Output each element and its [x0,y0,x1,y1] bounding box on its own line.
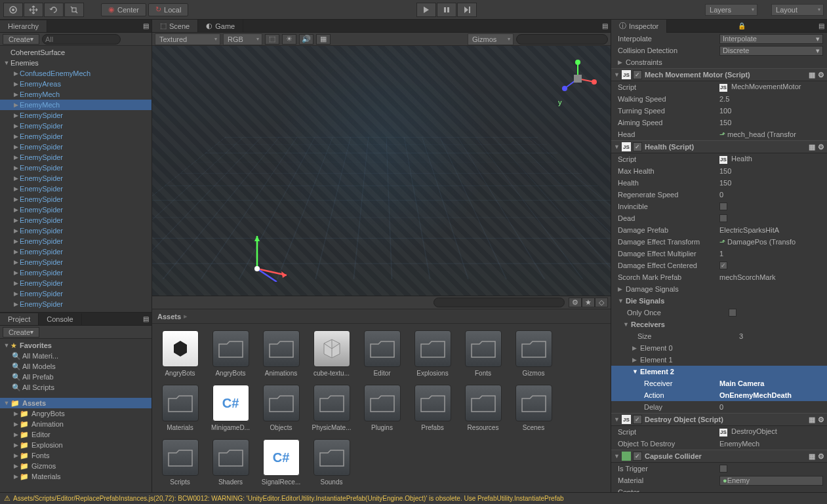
favorite-item[interactable]: 🔍All Prefab [0,372,151,382]
hierarchy-item[interactable]: ▶EnemySpider [0,152,151,163]
asset-item[interactable]: Materials [159,385,201,431]
destroy-object-header[interactable]: ▼ JS ✓ Destroy Object (Script) ▦ ⚙ [611,413,827,426]
assets-hidden-button[interactable]: ◇ [595,298,608,307]
regenerate-field[interactable]: 0 [719,191,823,199]
assets-breadcrumb[interactable]: Assets ▸ [152,309,611,324]
hierarchy-item[interactable]: ▶EnemySpider [0,184,151,194]
folder-item[interactable]: ▶📁AngryBots [0,408,151,419]
mech-movement-header[interactable]: ▼ JS ✓ Mech Movement Motor (Script) ▦ ⚙ [611,68,827,81]
asset-item[interactable]: Explosions [411,330,454,377]
hierarchy-item[interactable]: ▶EnemySpider [0,163,151,173]
render-mode-dropdown[interactable]: Textured [155,33,220,45]
asset-item[interactable]: Prefabs [411,385,454,431]
favorites-header[interactable]: ▼★Favorites [0,340,151,351]
pivot-center-button[interactable]: ◉Center [101,3,146,16]
asset-item[interactable]: Shaders [209,439,252,486]
assets-filter-button[interactable]: ⚙ [569,298,582,307]
game-tab[interactable]: ◐ Game [198,20,243,32]
help-icon[interactable]: ▦ [809,143,815,151]
gear-icon[interactable]: ⚙ [818,416,824,424]
die-signals-foldout[interactable]: Die Signals [626,297,664,305]
damage-mult-field[interactable]: 1 [719,250,823,258]
create-button[interactable]: Create ▾ [3,34,39,45]
element-0-foldout[interactable]: Element 0 [640,344,673,352]
damage-transform-field[interactable]: ⬏ DamagePos (Transfo [719,238,823,246]
hierarchy-item[interactable]: ▶EnemySpider [0,225,151,236]
folder-item[interactable]: ▶📁Editor [0,429,151,440]
asset-item[interactable]: cube-textu... [310,330,353,377]
element-2-foldout[interactable]: ▼Element 2 [611,366,827,378]
asset-item[interactable]: Scripts [159,439,201,486]
pause-button[interactable] [437,3,456,17]
delay-field[interactable]: 0 [719,403,823,411]
help-icon[interactable]: ▦ [809,452,815,461]
receivers-size-field[interactable]: 3 [739,332,823,340]
collision-dropdown[interactable]: Discrete▾ [719,46,823,56]
gear-icon[interactable]: ⚙ [818,143,824,151]
scene-fx-toggle[interactable]: ▦ [316,34,331,45]
folder-item[interactable]: ▶📁Materials [0,471,151,482]
scene-toggle-2d[interactable]: ⬚ [265,34,279,45]
damage-signals-foldout[interactable]: Damage Signals [626,285,679,293]
folder-item[interactable]: ▶📁Animation [0,419,151,429]
rotate-tool-button[interactable] [44,3,64,17]
component-enabled-checkbox[interactable]: ✓ [633,142,642,151]
asset-item[interactable]: Resources [462,385,504,431]
asset-item[interactable]: C#MinigameD... [209,385,252,431]
head-object-field[interactable]: ⬏ mech_head (Transfor [719,130,823,139]
hierarchy-item[interactable]: ▶EnemyMech [0,100,151,110]
hierarchy-item[interactable]: ▶EnemySpider [0,215,151,225]
scene-audio-toggle[interactable]: 🔊 [299,34,313,45]
favorite-item[interactable]: 🔍All Models [0,361,151,372]
project-tree[interactable]: ▼★Favorites🔍All Materi...🔍All Models🔍All… [0,339,151,492]
walking-speed-field[interactable]: 2.5 [719,95,823,103]
asset-item[interactable]: Scenes [512,385,555,431]
assets-search-input[interactable] [434,298,565,307]
orientation-gizmo[interactable]: y [558,59,597,98]
hierarchy-item[interactable]: ▶EnemySpider [0,288,151,299]
project-create-button[interactable]: Create ▾ [3,327,39,338]
receivers-foldout[interactable]: Receivers [631,320,665,328]
asset-item[interactable]: Fonts [462,330,504,377]
rgb-dropdown[interactable]: RGB [223,33,262,45]
hierarchy-item[interactable]: ▼Enemies [0,58,151,68]
capsule-collider-header[interactable]: ▼ ✓ Capsule Collider ▦ ⚙ [611,450,827,463]
turning-speed-field[interactable]: 100 [719,107,823,115]
asset-item[interactable]: Plugins [361,385,403,431]
hierarchy-item[interactable]: ▶EnemySpider [0,204,151,215]
hierarchy-item[interactable]: ▶EnemySpider [0,194,151,204]
hierarchy-item[interactable]: ▶EnemySpider [0,278,151,288]
panel-menu-icon[interactable]: ▤ [602,22,608,29]
gear-icon[interactable]: ⚙ [818,71,824,79]
constraints-foldout[interactable]: Constraints [626,58,662,66]
hierarchy-item[interactable]: ▶EnemySpider [0,267,151,278]
asset-item[interactable]: AngryBots [209,330,252,377]
play-button[interactable] [416,3,436,17]
help-icon[interactable]: ▦ [809,71,815,79]
hierarchy-item[interactable]: ▶EnemySpider [0,246,151,257]
scene-viewport[interactable]: y [152,46,611,296]
inspector-tab[interactable]: ⓘ Inspector [611,20,667,33]
layout-dropdown[interactable]: Layout [771,4,824,16]
object-to-destroy-field[interactable]: EnemyMech [719,440,823,448]
hierarchy-item[interactable]: ▶EnemySpider [0,142,151,152]
material-field[interactable]: ●Enemy [719,476,823,486]
asset-item[interactable]: C#SignalRece... [260,439,302,486]
damage-centered-checkbox[interactable]: ✓ [719,262,727,269]
health-field[interactable]: 150 [719,179,823,187]
lock-icon[interactable]: 🔒 [738,22,746,29]
component-enabled-checkbox[interactable]: ✓ [633,70,642,79]
transform-gizmo[interactable] [244,229,296,282]
hierarchy-item[interactable]: ▶ConfusedEnemyMech [0,68,151,79]
folder-item[interactable]: ▶📁Fonts [0,450,151,461]
folder-item[interactable]: ▶📁Explosion [0,440,151,450]
aiming-speed-field[interactable]: 150 [719,119,823,126]
scene-lighting-toggle[interactable]: ☀ [282,34,296,45]
folder-item[interactable]: ▶📁Gizmos [0,461,151,471]
hierarchy-item[interactable]: ▶EnemyAreas [0,79,151,89]
step-button[interactable] [457,3,477,17]
hierarchy-item[interactable]: ▶EnemyMech [0,89,151,100]
hierarchy-item[interactable]: ▶EnemySpider [0,299,151,309]
assets-grid[interactable]: AngryBotsAngryBotsAnimationscube-textu..… [152,324,611,492]
scene-search-input[interactable] [516,34,608,45]
